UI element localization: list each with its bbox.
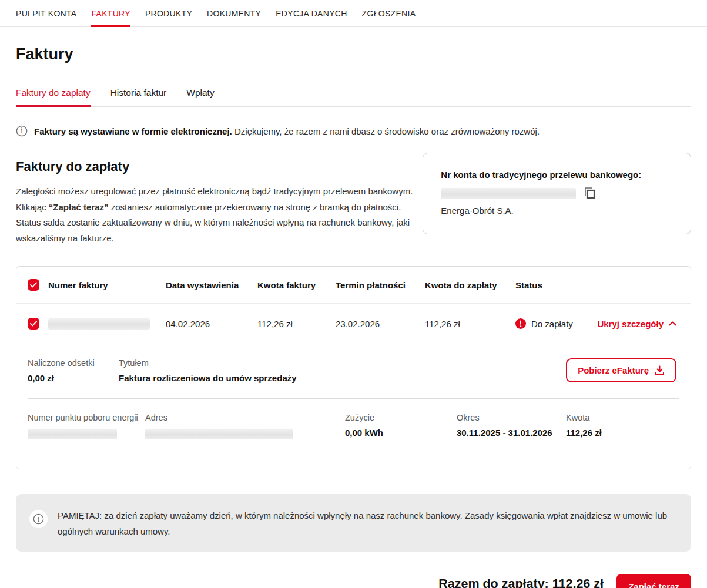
info-icon: i — [33, 513, 44, 525]
invoice-details-top: Naliczone odsetki 0,00 zł Tytułem Faktur… — [16, 344, 691, 398]
address-redacted — [145, 429, 293, 439]
checkmark-icon — [30, 282, 37, 288]
payment-reminder-box: i PAMIĘTAJ: za dzień zapłaty uważamy dzi… — [16, 494, 691, 552]
download-einvoice-button[interactable]: Pobierz eFakturę — [566, 358, 676, 382]
interest-label: Naliczone odsetki — [28, 358, 119, 368]
nav-item-edycja-danych[interactable]: EDYCJA DANYCH — [276, 0, 347, 27]
header-invoice-number: Numer faktury — [48, 280, 166, 290]
pay-now-button[interactable]: Zapłać teraz — [616, 574, 691, 588]
cell-status: Do zapłaty — [515, 318, 597, 329]
total-to-pay: Razem do zapłaty: 112,26 zł — [438, 577, 604, 588]
nav-item-faktury[interactable]: FAKTURY — [91, 0, 130, 27]
pay-section-left: Faktury do zapłaty Zaległości możesz ure… — [16, 153, 423, 246]
pay-description: Zaległości możesz uregulować przez płatn… — [16, 184, 423, 246]
tab-historia-faktur[interactable]: Historia faktur — [110, 88, 167, 106]
summary-texts: Razem do zapłaty: 112,26 zł + prowizja 1… — [438, 574, 604, 588]
header-issue-date: Data wystawienia — [166, 280, 257, 290]
pay-section: Faktury do zapłaty Zaległości możesz ure… — [16, 153, 691, 246]
interest-block: Naliczone odsetki 0,00 zł — [28, 358, 119, 383]
header-amount-to-pay: Kwota do zapłaty — [425, 280, 515, 290]
svg-text:i: i — [21, 127, 23, 135]
cell-due-date: 23.02.2026 — [336, 319, 425, 329]
bank-account-title: Nr konta do tradycyjnego przelewu bankow… — [441, 170, 673, 180]
tab-wplaty[interactable]: Wpłaty — [186, 88, 214, 106]
usage-label: Zużycie — [345, 413, 457, 422]
invoice-number-redacted — [48, 318, 150, 330]
cell-amount-to-pay: 112,26 zł — [425, 319, 515, 329]
invoice-tabs: Faktury do zapłaty Historia faktur Wpłat… — [16, 88, 691, 107]
einvoice-notice-text: Faktury są wystawiane w formie elektroni… — [34, 125, 540, 137]
period-block: Okres 30.11.2025 - 31.01.2026 — [457, 413, 566, 438]
checkmark-icon — [30, 321, 37, 327]
section-title: Faktury do zapłaty — [16, 159, 423, 174]
page-content: Faktury Faktury do zapłaty Historia fakt… — [0, 45, 707, 588]
usage-block: Zużycie 0,00 kWh — [345, 413, 457, 438]
hide-details-label: Ukryj szczegóły — [597, 319, 664, 329]
header-due-date: Termin płatności — [336, 280, 425, 290]
hide-details-link[interactable]: Ukryj szczegóły — [597, 319, 676, 329]
einvoice-notice: i Faktury są wystawiane w formie elektro… — [16, 125, 691, 137]
amount-block: Kwota 112,26 zł — [566, 413, 602, 438]
table-row: 04.02.2026 112,26 zł 23.02.2026 112,26 z… — [16, 303, 691, 344]
bank-company-name: Energa-Obrót S.A. — [441, 206, 673, 216]
svg-text:i: i — [38, 515, 40, 523]
chevron-up-icon — [669, 321, 676, 326]
pay-description-bold: “Zapłać teraz” — [49, 202, 109, 212]
title-block: Tytułem Faktura rozliczeniowa do umów sp… — [119, 358, 297, 383]
bank-account-card: Nr konta do tradycyjnego przelewu bankow… — [423, 153, 691, 234]
ppe-label: Numer punktu poboru energii — [28, 413, 145, 422]
title-label: Tytułem — [119, 358, 297, 368]
einvoice-notice-bold: Faktury są wystawiane w formie elektroni… — [34, 126, 232, 136]
table-header-row: Numer faktury Data wystawienia Kwota fak… — [16, 267, 691, 303]
download-icon — [655, 365, 665, 375]
address-label: Adres — [145, 413, 345, 422]
nav-item-zgloszenia[interactable]: ZGŁOSZENIA — [362, 0, 416, 27]
einvoice-notice-rest: Dziękujemy, że razem z nami dbasz o środ… — [232, 126, 540, 136]
select-all-checkbox[interactable] — [28, 279, 39, 291]
amount-label: Kwota — [566, 413, 602, 422]
title-value: Faktura rozliczeniowa do umów sprzedaży — [119, 373, 297, 383]
header-status: Status — [515, 280, 676, 290]
cell-issue-date: 04.02.2026 — [166, 319, 257, 329]
copy-icon[interactable] — [583, 186, 596, 200]
row-checkbox[interactable] — [28, 318, 39, 330]
period-label: Okres — [457, 413, 566, 422]
bank-account-row — [441, 186, 673, 200]
period-value: 30.11.2025 - 31.01.2026 — [457, 428, 566, 438]
interest-value: 0,00 zł — [28, 373, 119, 383]
invoice-table-card: Numer faktury Data wystawienia Kwota fak… — [16, 266, 691, 469]
nav-item-produkty[interactable]: PRODUKTY — [145, 0, 192, 27]
nav-item-dokumenty[interactable]: DOKUMENTY — [207, 0, 261, 27]
download-einvoice-label: Pobierz eFakturę — [578, 365, 649, 375]
usage-value: 0,00 kWh — [345, 428, 457, 438]
address-block: Adres — [145, 413, 345, 439]
status-badge: Do zapłaty — [531, 319, 573, 329]
header-invoice-amount: Kwota faktury — [257, 280, 336, 290]
payment-reminder-text: PAMIĘTAJ: za dzień zapłaty uważamy dzień… — [58, 506, 668, 539]
invoice-details-bottom: Numer punktu poboru energii Adres Zużyci… — [16, 399, 691, 469]
ppe-number-redacted — [28, 429, 117, 439]
info-icon-disc: i — [29, 510, 48, 528]
page-title: Faktury — [16, 45, 691, 63]
cell-invoice-amount: 112,26 zł — [257, 319, 336, 329]
payment-summary: Razem do zapłaty: 112,26 zł + prowizja 1… — [16, 574, 691, 588]
bank-account-number-redacted — [441, 188, 576, 199]
ppe-block: Numer punktu poboru energii — [28, 413, 145, 439]
nav-item-pulpit-konta[interactable]: PULPIT KONTA — [16, 0, 76, 27]
tab-faktury-do-zaplaty[interactable]: Faktury do zapłaty — [16, 88, 91, 106]
amount-value: 112,26 zł — [566, 428, 602, 438]
info-icon: i — [16, 125, 28, 137]
alert-icon — [515, 318, 526, 329]
top-navigation: PULPIT KONTA FAKTURY PRODUKTY DOKUMENTY … — [0, 0, 707, 27]
